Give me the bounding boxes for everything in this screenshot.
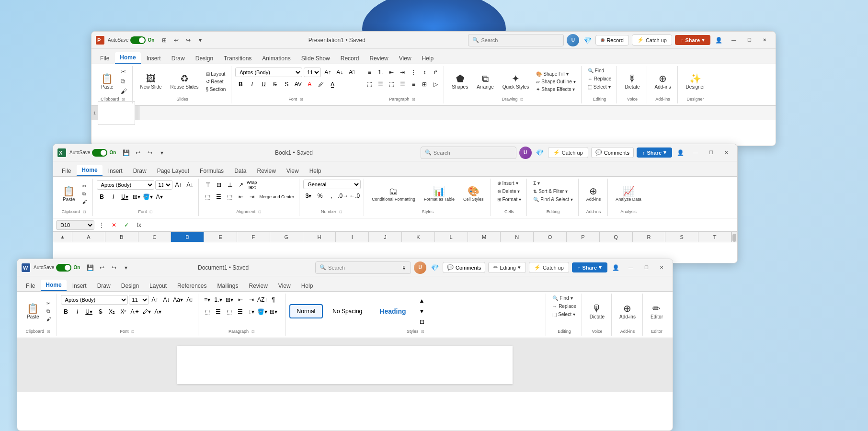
ppt-undo-btn[interactable]: ↩ [171, 35, 182, 45]
word-redo-btn[interactable]: ↪ [109, 262, 119, 273]
ppt-font-select[interactable]: Aptos (Body) [235, 68, 302, 77]
word-tab-layout[interactable]: Layout [145, 281, 171, 291]
word-styles-scroll-down[interactable]: ▼ [417, 306, 427, 317]
ppt-paste-button[interactable]: 📋 Paste [97, 67, 117, 96]
ppt-section-btn[interactable]: § Section [204, 86, 228, 93]
excel-analyze-data-btn[interactable]: 📈 Analyze Data [612, 181, 645, 207]
excel-scroll-thumb[interactable] [732, 234, 736, 242]
ppt-textcolor-btn[interactable]: A̲ [327, 79, 338, 90]
excel-tab-insert[interactable]: Insert [103, 166, 127, 176]
ppt-numbering-btn[interactable]: 1. [375, 67, 386, 78]
word-share-button[interactable]: ↑ Share ▾ [572, 262, 607, 272]
excel-search-input[interactable] [434, 150, 512, 156]
word-decrease-indent-btn[interactable]: ⇤ [235, 295, 246, 305]
word-tab-file[interactable]: File [21, 281, 40, 291]
excel-tab-review[interactable]: Review [252, 166, 280, 176]
ppt-decrease-indent-btn[interactable]: ⇤ [386, 67, 397, 78]
excel-align-bottom-btn[interactable]: ⊥ [225, 180, 235, 190]
excel-cell-styles-btn[interactable]: 🎨 Cell Styles [459, 181, 488, 207]
excel-col-t[interactable]: T [698, 232, 731, 242]
excel-conditional-fmt-btn[interactable]: 🗂 Conditional Formatting [368, 181, 419, 207]
word-copy-btn[interactable]: ⧉ [44, 307, 52, 315]
word-left-align-btn[interactable]: ⬚ [202, 306, 213, 317]
excel-tab-formulas[interactable]: Formulas [195, 166, 228, 176]
word-clipboard-expand[interactable]: ⊡ [46, 329, 51, 334]
excel-tab-data[interactable]: Data [229, 166, 251, 176]
excel-font-select[interactable]: Aptos (Body) [97, 180, 154, 190]
word-close-btn[interactable]: ✕ [654, 261, 669, 274]
ppt-tab-review[interactable]: Review [365, 53, 393, 64]
excel-cancel-formula-btn[interactable]: ✕ [109, 220, 119, 230]
ppt-justify-btn[interactable]: ☰ [397, 79, 408, 90]
excel-find-select-btn[interactable]: 🔍 Find & Select ▾ [531, 196, 575, 203]
excel-border-btn[interactable]: ⊞▾ [131, 192, 142, 202]
word-tab-view[interactable]: View [274, 281, 296, 291]
ppt-quick-styles-btn[interactable]: ✦ Quick Styles [499, 67, 533, 96]
ppt-bullets-btn[interactable]: ≡ [364, 67, 375, 78]
word-profile-btn[interactable]: 👤 [610, 262, 621, 273]
word-text-effects-btn[interactable]: A✦ [130, 306, 140, 317]
ppt-italic-btn[interactable]: I [247, 79, 257, 90]
word-fontcolor-btn[interactable]: A▾ [153, 306, 163, 317]
word-tab-design[interactable]: Design [116, 281, 144, 291]
ppt-profile-btn[interactable]: 👤 [713, 35, 724, 45]
excel-col-n[interactable]: N [501, 232, 534, 242]
ppt-highlight-btn[interactable]: 🖊 [316, 79, 326, 90]
ppt-shape-fill-btn[interactable]: 🎨 Shape Fill ▾ [534, 70, 571, 78]
excel-merge-center-btn[interactable]: Merge and Center [258, 192, 297, 202]
ppt-tab-view[interactable]: View [394, 53, 416, 64]
word-comments-button[interactable]: 💬 Comments [443, 262, 485, 273]
word-tab-home[interactable]: Home [41, 280, 66, 291]
excel-col-j[interactable]: J [369, 232, 402, 242]
excel-italic-btn[interactable]: I [108, 192, 119, 202]
word-tab-help[interactable]: Help [297, 281, 318, 291]
excel-decrease-font-btn[interactable]: A↓ [185, 180, 195, 190]
ppt-increase-indent-btn[interactable]: ⇥ [397, 67, 408, 78]
word-catchup-button[interactable]: ⚡ Catch up [529, 262, 569, 273]
word-tab-mailings[interactable]: Mailings [212, 281, 243, 291]
ppt-text-direction-btn[interactable]: ↱ [430, 67, 441, 78]
word-superscript-btn[interactable]: X² [118, 306, 129, 317]
excel-number-format-select[interactable]: General [303, 180, 361, 189]
excel-customize-btn[interactable]: ▾ [157, 147, 167, 158]
ppt-font-expand[interactable]: ⊡ [299, 97, 304, 102]
word-editing-button[interactable]: ✏ Editing ▾ [488, 262, 526, 273]
ppt-slide-thumbnail[interactable] [98, 101, 135, 125]
ppt-paragraph-expand[interactable]: ⊡ [411, 97, 416, 102]
ppt-smart-art-btn[interactable]: ⊞ [419, 79, 430, 90]
ppt-user-avatar[interactable]: U [567, 34, 579, 46]
ppt-cut-btn[interactable]: ✂ [118, 67, 128, 76]
ppt-drawing-expand[interactable]: ⊡ [519, 97, 524, 102]
excel-copy-btn[interactable]: ⧉ [80, 190, 88, 198]
word-font-size-select[interactable]: 11 [129, 295, 149, 305]
word-tab-insert[interactable]: Insert [68, 281, 91, 291]
excel-format-table-btn[interactable]: 📊 Format as Table [420, 181, 458, 207]
word-change-case-btn[interactable]: Aa▾ [173, 295, 183, 305]
ppt-redo-btn[interactable]: ↪ [183, 35, 194, 45]
excel-catchup-button[interactable]: ⚡ Catch up [548, 147, 588, 158]
ppt-font-size-select[interactable]: 11 [304, 68, 321, 77]
ppt-addins-btn[interactable]: ⊕ Add-ins [651, 67, 675, 96]
ppt-strikethrough-btn[interactable]: S̶ [270, 79, 280, 90]
excel-col-b[interactable]: B [105, 232, 138, 242]
word-style-normal[interactable]: Normal [289, 304, 323, 318]
ppt-char-spacing-btn[interactable]: AV [293, 79, 303, 90]
ppt-copy-btn[interactable]: ⧉ [118, 77, 127, 86]
excel-col-a[interactable]: A [72, 232, 105, 242]
excel-decrease-decimal-btn[interactable]: .0→ [338, 191, 348, 201]
excel-expand-formula-btn[interactable]: ⋮ [96, 220, 107, 230]
ppt-minimize-btn[interactable]: — [727, 34, 741, 46]
ppt-tab-insert[interactable]: Insert [142, 53, 166, 64]
word-cut-btn[interactable]: ✂ [44, 300, 53, 307]
excel-col-g[interactable]: G [270, 232, 303, 242]
ppt-tab-animations[interactable]: Animations [257, 53, 295, 64]
excel-paste-btn[interactable]: 📋 Paste [59, 180, 79, 208]
word-editor-btn[interactable]: ✏ Editor [647, 297, 667, 326]
excel-delete-btn[interactable]: ⊖ Delete ▾ [495, 188, 523, 195]
ppt-underline-btn[interactable]: U [258, 79, 269, 90]
ppt-customize-btn[interactable]: ▾ [195, 35, 206, 45]
excel-fill-btn[interactable]: 🪣▾ [143, 192, 153, 202]
excel-font-size-select[interactable]: 11 [155, 180, 172, 190]
word-increase-font-btn[interactable]: A↑ [150, 295, 160, 305]
excel-increase-font-btn[interactable]: A↑ [173, 180, 184, 190]
